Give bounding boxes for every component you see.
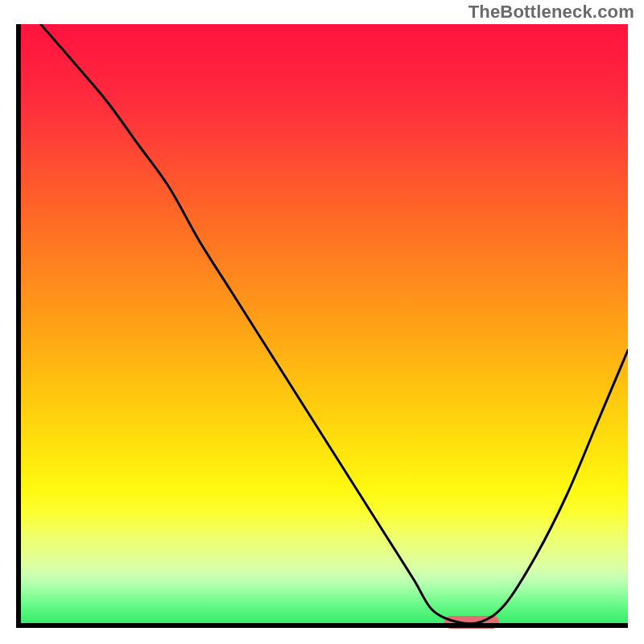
- bottleneck-chart: TheBottleneck.com: [0, 0, 644, 644]
- watermark-text: TheBottleneck.com: [469, 2, 634, 23]
- curve-svg: [16, 24, 628, 628]
- bottleneck-curve-line: [40, 24, 628, 624]
- plot-area: [16, 24, 628, 628]
